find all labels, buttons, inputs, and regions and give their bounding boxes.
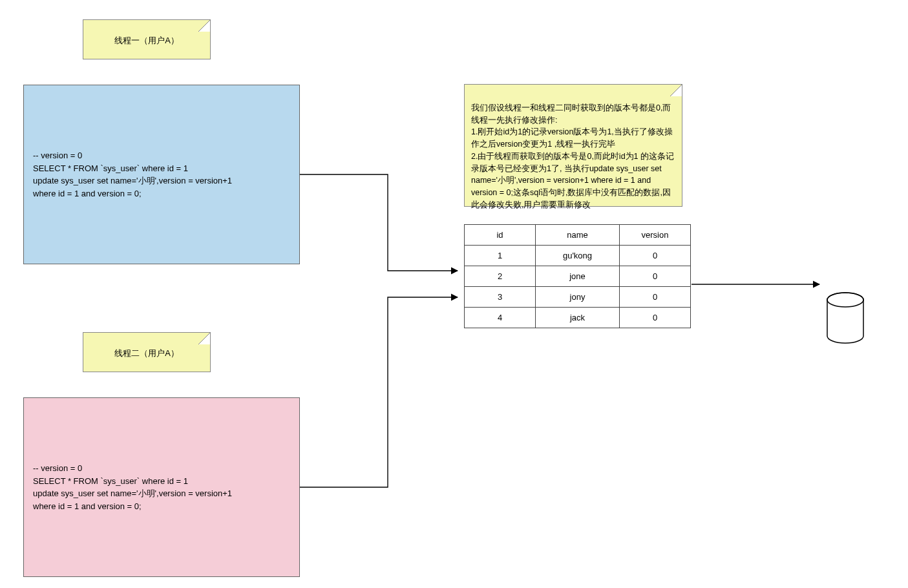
sql-text-thread1: -- version = 0 SELECT * FROM `sys_user` … xyxy=(33,149,290,200)
note-thread1-text: 线程一（用户A） xyxy=(114,36,179,45)
col-name: name xyxy=(536,225,620,246)
table-row: 2 jone 0 xyxy=(465,266,691,287)
table-header-row: id name version xyxy=(465,225,691,246)
note-explanation-text: 我们假设线程一和线程二同时获取到的版本号都是0,而线程一先执行修改操作: 1.刚… xyxy=(471,103,674,209)
sql-text-thread2: -- version = 0 SELECT * FROM `sys_user` … xyxy=(33,462,290,512)
sql-box-thread1: -- version = 0 SELECT * FROM `sys_user` … xyxy=(23,85,300,264)
table-row: 4 jack 0 xyxy=(465,308,691,328)
table-row: 1 gu'kong 0 xyxy=(465,246,691,266)
note-thread2: 线程二（用户A） xyxy=(83,332,211,372)
data-table: id name version 1 gu'kong 0 2 jone 0 3 j… xyxy=(464,224,691,328)
note-thread1: 线程一（用户A） xyxy=(83,19,211,59)
col-id: id xyxy=(465,225,536,246)
database-icon xyxy=(826,292,865,344)
sql-box-thread2: -- version = 0 SELECT * FROM `sys_user` … xyxy=(23,397,300,577)
col-version: version xyxy=(620,225,691,246)
note-explanation: 我们假设线程一和线程二同时获取到的版本号都是0,而线程一先执行修改操作: 1.刚… xyxy=(464,84,682,207)
note-thread2-text: 线程二（用户A） xyxy=(114,348,179,358)
table-row: 3 jony 0 xyxy=(465,287,691,308)
